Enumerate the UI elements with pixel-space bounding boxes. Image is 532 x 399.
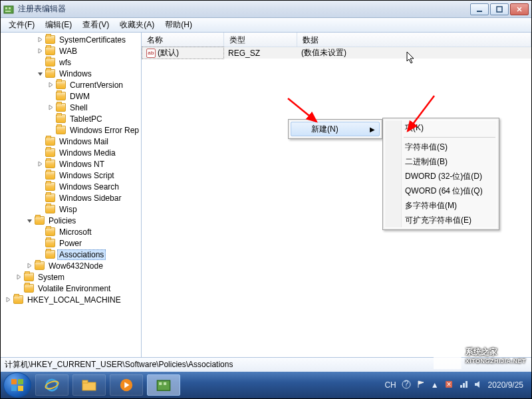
context-item[interactable]: 字符串值(S) bbox=[385, 140, 497, 154]
svg-rect-15 bbox=[82, 380, 88, 383]
tree-label: Shell bbox=[68, 103, 90, 112]
svg-rect-24 bbox=[460, 385, 462, 388]
tree-pane[interactable]: SystemCertificatesWABwfsWindowsCurrentVe… bbox=[1, 33, 142, 357]
expand-icon[interactable] bbox=[37, 47, 44, 55]
tree-label: HKEY_LOCAL_MACHINE bbox=[25, 295, 123, 305]
tree-node[interactable]: Volatile Environment bbox=[1, 283, 141, 294]
app-icon bbox=[3, 4, 14, 15]
list-row[interactable]: ab(默认)REG_SZ(数值未设置) bbox=[142, 47, 531, 59]
tree-node[interactable]: Windows NT bbox=[1, 158, 141, 170]
tree-node[interactable]: Windows Sidebar bbox=[1, 192, 141, 203]
tree-node[interactable]: SystemCertificates bbox=[1, 34, 141, 45]
tree-label: System bbox=[36, 273, 66, 282]
column-type[interactable]: 类型 bbox=[224, 33, 297, 47]
tree-node[interactable]: Associations bbox=[1, 249, 141, 260]
taskbar-item-explorer[interactable] bbox=[72, 374, 106, 396]
main-area: SystemCertificatesWABwfsWindowsCurrentVe… bbox=[1, 33, 531, 357]
start-button[interactable] bbox=[3, 372, 31, 398]
tree-node[interactable]: wfs bbox=[1, 57, 141, 68]
taskbar-item-ie[interactable] bbox=[35, 374, 68, 396]
svg-rect-10 bbox=[11, 386, 17, 391]
close-button[interactable] bbox=[510, 3, 529, 15]
folder-icon bbox=[45, 250, 55, 259]
tree-node[interactable]: Policies bbox=[1, 215, 141, 226]
tree-node[interactable]: Power bbox=[1, 237, 141, 249]
tray-volume-icon[interactable] bbox=[473, 380, 483, 391]
tree-node[interactable]: Windows Error Rep bbox=[1, 124, 141, 136]
expand-icon[interactable] bbox=[47, 104, 55, 111]
tree-node[interactable]: Shell bbox=[1, 102, 141, 113]
tray-chevron-icon[interactable]: ▲ bbox=[431, 380, 439, 390]
context-item[interactable]: QWORD (64 位)值(Q) bbox=[385, 184, 497, 198]
folder-icon bbox=[56, 126, 66, 134]
tree-label: TabletPC bbox=[68, 114, 104, 124]
context-item[interactable]: 二进制值(B) bbox=[385, 154, 497, 169]
tree-node[interactable]: Windows bbox=[1, 68, 141, 79]
folder-icon bbox=[56, 92, 66, 100]
tree-label: Windows bbox=[57, 69, 94, 78]
menu-file[interactable]: 文件(F) bbox=[3, 17, 40, 33]
tree-label: DWM bbox=[68, 92, 92, 101]
minimize-button[interactable] bbox=[470, 3, 489, 15]
collapse-icon[interactable] bbox=[26, 217, 33, 224]
tray-ime[interactable]: CH bbox=[384, 380, 396, 390]
column-name[interactable]: 名称 bbox=[142, 33, 224, 47]
tree-label: Windows Sidebar bbox=[57, 194, 123, 203]
svg-rect-11 bbox=[18, 386, 23, 391]
context-item[interactable]: 项(K) bbox=[385, 120, 497, 135]
tray-security-icon[interactable]: × bbox=[444, 380, 454, 391]
folder-icon bbox=[45, 194, 55, 202]
menu-edit[interactable]: 编辑(E) bbox=[40, 17, 77, 33]
tree-node[interactable]: HKEY_LOCAL_MACHINE bbox=[1, 294, 141, 305]
expand-icon[interactable] bbox=[47, 81, 55, 88]
folder-icon bbox=[45, 47, 55, 55]
taskbar-item-regedit[interactable] bbox=[147, 374, 180, 396]
watermark-house-icon bbox=[434, 341, 462, 369]
menu-view[interactable]: 查看(V) bbox=[77, 17, 114, 33]
list-pane[interactable]: 名称 类型 数据 ab(默认)REG_SZ(数值未设置) 新建(N) ▶ 项(K… bbox=[142, 33, 531, 357]
tree-label: Windows NT bbox=[57, 160, 106, 169]
taskbar-item-wmp[interactable] bbox=[110, 374, 143, 396]
maximize-button[interactable] bbox=[490, 3, 509, 15]
svg-rect-17 bbox=[157, 380, 170, 390]
tree-label: WAB bbox=[57, 47, 79, 56]
context-item[interactable]: DWORD (32-位)值(D) bbox=[385, 169, 497, 184]
tray-help-icon[interactable]: ? bbox=[402, 380, 411, 391]
tree-node[interactable]: Windows Mail bbox=[1, 136, 141, 147]
folder-icon bbox=[45, 35, 55, 44]
tray-network-icon[interactable] bbox=[459, 380, 468, 391]
expand-icon[interactable] bbox=[5, 296, 12, 303]
svg-line-6 bbox=[288, 98, 317, 122]
collapse-icon[interactable] bbox=[37, 70, 44, 77]
menu-separator bbox=[404, 137, 495, 138]
tray-date[interactable]: 2020/9/25 bbox=[488, 380, 523, 390]
expand-icon[interactable] bbox=[37, 160, 44, 168]
watermark-text: 系统之家 bbox=[466, 346, 526, 358]
tree-node[interactable]: Windows Search bbox=[1, 181, 141, 192]
tree-node[interactable]: Windows Script bbox=[1, 170, 141, 181]
expand-icon[interactable] bbox=[26, 262, 33, 269]
tree-node[interactable]: Windows Media bbox=[1, 147, 141, 158]
cell-name: ab(默认) bbox=[142, 47, 224, 59]
context-item-new[interactable]: 新建(N) ▶ bbox=[291, 122, 380, 136]
cell-type: REG_SZ bbox=[224, 49, 297, 58]
expand-icon[interactable] bbox=[37, 36, 44, 43]
tree-node[interactable]: System bbox=[1, 271, 141, 283]
tree-node[interactable]: DWM bbox=[1, 90, 141, 102]
menu-help[interactable]: 帮助(H) bbox=[160, 17, 198, 33]
tree-node[interactable]: TabletPC bbox=[1, 113, 141, 124]
cell-data: (数值未设置) bbox=[297, 47, 531, 59]
menu-favorites[interactable]: 收藏夹(A) bbox=[114, 17, 160, 33]
context-item[interactable]: 可扩充字符串值(E) bbox=[385, 213, 497, 227]
column-data[interactable]: 数据 bbox=[297, 33, 531, 47]
tree-label: Windows Script bbox=[57, 171, 116, 180]
context-submenu-new: 项(K)字符串值(S)二进制值(B)DWORD (32-位)值(D)QWORD … bbox=[382, 118, 499, 230]
tree-node[interactable]: CurrentVersion bbox=[1, 79, 141, 90]
tree-node[interactable]: Microsoft bbox=[1, 226, 141, 237]
tree-node[interactable]: Wow6432Node bbox=[1, 260, 141, 271]
tree-node[interactable]: Wisp bbox=[1, 203, 141, 215]
context-item[interactable]: 多字符串值(M) bbox=[385, 198, 497, 213]
tray-flag-icon[interactable] bbox=[416, 380, 426, 391]
tree-node[interactable]: WAB bbox=[1, 45, 141, 57]
expand-icon[interactable] bbox=[15, 273, 23, 281]
